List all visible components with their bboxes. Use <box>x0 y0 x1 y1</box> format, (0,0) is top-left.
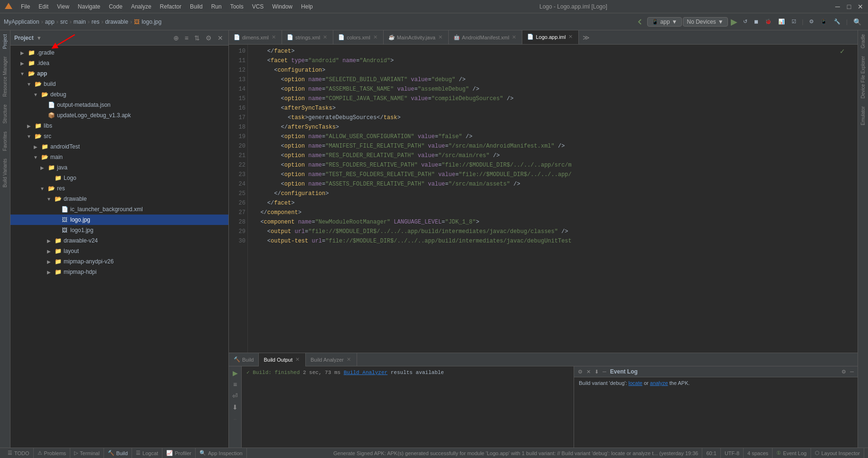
tree-item-logo-jpg[interactable]: 🖼 logo.jpg <box>10 215 228 225</box>
breadcrumb-drawable[interactable]: drawable <box>105 19 128 25</box>
tree-item-java[interactable]: ▶ 📁 java <box>10 162 228 173</box>
close-button[interactable]: ✕ <box>857 3 864 10</box>
wizard-button[interactable]: 🔧 <box>831 17 843 26</box>
status-layout-inspector[interactable]: ⬡ Layout Inspector <box>811 448 864 458</box>
avd-manager-button[interactable]: 📱 <box>818 17 830 26</box>
hide-panel-button[interactable]: ✕ <box>216 33 225 43</box>
debug-button[interactable]: 🐞 <box>762 17 774 26</box>
event-log-clear-icon[interactable]: ✕ <box>586 369 591 375</box>
menu-refactor[interactable]: Refactor <box>156 2 185 11</box>
collapse-all-button[interactable]: ≡ <box>183 33 190 43</box>
tree-item-main[interactable]: ▼ 📂 main <box>10 152 228 162</box>
tab-logoapp[interactable]: 📄 Logo.app.iml ✕ <box>522 30 579 45</box>
device-selector[interactable]: No Devices ▼ <box>683 17 728 27</box>
tree-item-mipmap-hdpi[interactable]: ▶ 📁 mipmap-hdpi <box>10 267 228 277</box>
event-log-scroll-icon[interactable]: ⬇ <box>594 369 599 375</box>
menu-navigate[interactable]: Navigate <box>74 2 104 11</box>
build-back-button[interactable]: ▶ <box>231 368 239 378</box>
bottom-tab-build-analyzer-close[interactable]: ✕ <box>346 356 352 363</box>
tab-colors[interactable]: 📄 colors.xml ✕ <box>333 30 384 45</box>
sidebar-tab-resource[interactable]: Resource Manager <box>1 53 9 101</box>
tree-item-androidtest[interactable]: ▶ 📁 androidTest <box>10 141 228 152</box>
tab-close-strings[interactable]: ✕ <box>322 34 328 40</box>
status-item-app-inspection[interactable]: 🔍 App Inspection <box>196 448 247 458</box>
sidebar-tab-structure[interactable]: Structure <box>1 101 9 128</box>
menu-build[interactable]: Build <box>186 2 207 11</box>
bottom-tab-build-analyzer[interactable]: Build Analyzer ✕ <box>306 353 357 366</box>
sidebar-tab-variants[interactable]: Build Variants <box>1 155 9 191</box>
right-tab-gradle[interactable]: Gradle <box>859 30 867 52</box>
stop-button[interactable]: ◼ <box>751 17 761 26</box>
build-down-button[interactable]: ⬇ <box>231 402 239 412</box>
tab-close-mainactivity[interactable]: ✕ <box>437 34 443 40</box>
tree-item-idea[interactable]: ▶ 📁 .idea <box>10 58 228 68</box>
tab-strings[interactable]: 📄 strings.xml ✕ <box>282 30 334 45</box>
build-analyzer-link[interactable]: Build Analyzer <box>344 370 387 375</box>
sidebar-tab-favorites[interactable]: Favorites <box>1 128 9 155</box>
breadcrumb-myapplication[interactable]: MyApplication <box>4 19 39 25</box>
status-position[interactable]: 60:1 <box>702 448 720 458</box>
menu-code[interactable]: Code <box>105 2 126 11</box>
status-indent[interactable]: 4 spaces <box>744 448 773 458</box>
tree-item-layout[interactable]: ▶ 📁 layout <box>10 246 228 256</box>
menu-tools[interactable]: Tools <box>226 2 247 11</box>
tree-item-src[interactable]: ▼ 📂 src <box>10 131 228 141</box>
status-item-todo[interactable]: ☰ TODO <box>4 448 34 458</box>
status-encoding[interactable]: UTF-8 <box>721 448 744 458</box>
module-selector[interactable]: 📱 app ▼ <box>647 17 682 27</box>
tab-mainactivity[interactable]: ☕ MainActivity.java ✕ <box>384 30 449 45</box>
tab-close-logoapp[interactable]: ✕ <box>567 34 574 40</box>
event-log-analyze-link[interactable]: analyze <box>650 380 668 386</box>
tree-item-logo1-jpg[interactable]: 🖼 logo1.jpg <box>10 225 228 235</box>
tree-item-build[interactable]: ▼ 📂 build <box>10 79 228 89</box>
maximize-button[interactable]: □ <box>845 3 853 10</box>
status-item-terminal[interactable]: ▷ Terminal <box>70 448 104 458</box>
status-item-problems[interactable]: ⚠ Problems <box>34 448 70 458</box>
status-item-profiler[interactable]: 📈 Profiler <box>162 448 196 458</box>
build-filter-button[interactable]: ≡ <box>232 380 238 389</box>
event-log-locate-link[interactable]: locate <box>629 380 642 386</box>
tab-close-dimens[interactable]: ✕ <box>271 34 277 40</box>
tree-item-res[interactable]: ▼ 📂 res <box>10 183 228 194</box>
status-item-logcat[interactable]: ☰ Logcat <box>132 448 162 458</box>
breadcrumb-logo[interactable]: logo.jpg <box>142 19 161 25</box>
tree-item-apk[interactable]: 📦 updateLogo_debug_v1.3.apk <box>10 110 228 121</box>
tree-item-debug[interactable]: ▼ 📂 debug <box>10 89 228 100</box>
tree-item-mipmap-anydpi[interactable]: ▶ 📁 mipmap-anydpi-v26 <box>10 256 228 267</box>
tree-item-gradle[interactable]: ▶ 📁 .gradle <box>10 47 228 58</box>
tab-dimens[interactable]: 📄 dimens.xml ✕ <box>229 30 282 45</box>
tab-close-manifest[interactable]: ✕ <box>511 34 517 40</box>
bottom-tab-build-output-close[interactable]: ✕ <box>294 356 301 363</box>
tab-close-colors[interactable]: ✕ <box>372 34 378 40</box>
tree-item-output-metadata[interactable]: 📄 output-metadata.json <box>10 100 228 110</box>
tree-item-libs[interactable]: ▶ 📁 libs <box>10 121 228 131</box>
breadcrumb-main[interactable]: main <box>74 19 86 25</box>
bottom-tab-build-output[interactable]: Build Output ✕ <box>259 353 306 366</box>
menu-window[interactable]: Window <box>268 2 296 11</box>
menu-help[interactable]: Help <box>297 2 317 11</box>
tree-item-drawable-v24[interactable]: ▶ 📁 drawable-v24 <box>10 235 228 246</box>
tab-overflow[interactable]: ≫ <box>579 34 594 41</box>
tree-item-ic-launcher[interactable]: 📄 ic_launcher_background.xml <box>10 204 228 215</box>
menu-edit[interactable]: Edit <box>35 2 52 11</box>
menu-run[interactable]: Run <box>208 2 226 11</box>
event-log-close-icon[interactable]: ─ <box>603 369 606 374</box>
tab-manifest[interactable]: 🤖 AndroidManifest.xml ✕ <box>449 30 523 45</box>
menu-file[interactable]: File <box>17 2 34 11</box>
autoscroll-button[interactable]: ⇅ <box>193 33 201 43</box>
sync-button[interactable]: ↺ <box>740 17 750 26</box>
right-tab-device-explorer[interactable]: Device File Explorer <box>859 52 867 102</box>
menu-analyze[interactable]: Analyze <box>127 2 155 11</box>
profile-button[interactable]: 📊 <box>775 17 788 26</box>
settings-button[interactable]: ⚙ <box>204 33 213 43</box>
sdk-manager-button[interactable]: ⚙ <box>806 17 817 26</box>
minimize-button[interactable]: ─ <box>834 3 841 10</box>
status-item-build[interactable]: 🔨 Build <box>104 448 132 458</box>
search-everywhere-button[interactable]: 🔍 <box>850 17 864 27</box>
bottom-tab-build[interactable]: 🔨 Build <box>229 353 259 366</box>
right-tab-emulator[interactable]: Emulator <box>859 103 867 129</box>
status-event-log[interactable]: ① Event Log <box>773 448 811 458</box>
event-log-minimize-icon[interactable]: ─ <box>850 369 854 374</box>
scope-button[interactable]: ⊕ <box>172 33 180 43</box>
tree-item-logo-class[interactable]: 📁 Logo <box>10 173 228 183</box>
